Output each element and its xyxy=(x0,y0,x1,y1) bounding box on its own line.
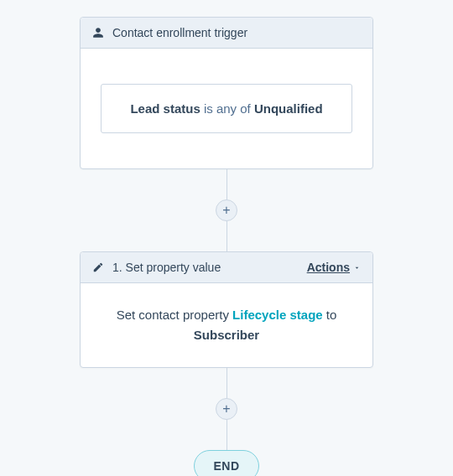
actions-menu-link[interactable]: Actions xyxy=(307,261,361,274)
trigger-card[interactable]: Contact enrollment trigger Lead status i… xyxy=(80,17,373,169)
add-action-button[interactable]: + xyxy=(216,199,237,221)
set-property-value: Subscriber xyxy=(194,328,259,342)
connector-line xyxy=(226,169,227,199)
enrollment-criteria[interactable]: Lead status is any of Unqualified xyxy=(101,84,352,133)
connector-line xyxy=(226,420,227,450)
workflow-canvas: Contact enrollment trigger Lead status i… xyxy=(0,0,453,476)
connector-line xyxy=(226,221,227,251)
chevron-down-icon xyxy=(353,261,361,274)
contact-icon xyxy=(92,27,104,39)
set-property-pretext: Set contact property xyxy=(117,308,232,322)
actions-label: Actions xyxy=(307,261,350,274)
connector-line xyxy=(226,368,227,398)
add-action-button[interactable]: + xyxy=(216,398,237,420)
end-label: END xyxy=(213,459,239,473)
criteria-value: Unqualified xyxy=(254,101,323,116)
action-card-header: 1. Set property value Actions xyxy=(81,252,372,283)
trigger-card-header: Contact enrollment trigger xyxy=(81,18,372,49)
trigger-header-label: Contact enrollment trigger xyxy=(112,26,247,39)
plus-icon: + xyxy=(222,402,230,416)
edit-icon xyxy=(92,261,104,273)
criteria-connector: is any of xyxy=(204,101,251,116)
connector-1: + xyxy=(216,169,237,251)
criteria-property: Lead status xyxy=(130,101,200,116)
action-card-body: Set contact property Lifecycle stage to … xyxy=(81,283,372,367)
plus-icon: + xyxy=(222,204,230,217)
action-card-set-property[interactable]: 1. Set property value Actions Set contac… xyxy=(80,251,373,368)
action-card-header-left: 1. Set property value xyxy=(92,261,221,274)
end-node: END xyxy=(194,450,258,476)
action-title: 1. Set property value xyxy=(112,261,221,274)
set-property-to: to xyxy=(326,308,337,322)
connector-2: + xyxy=(216,368,237,450)
set-property-name: Lifecycle stage xyxy=(232,308,323,322)
trigger-card-body: Lead status is any of Unqualified xyxy=(81,49,372,168)
